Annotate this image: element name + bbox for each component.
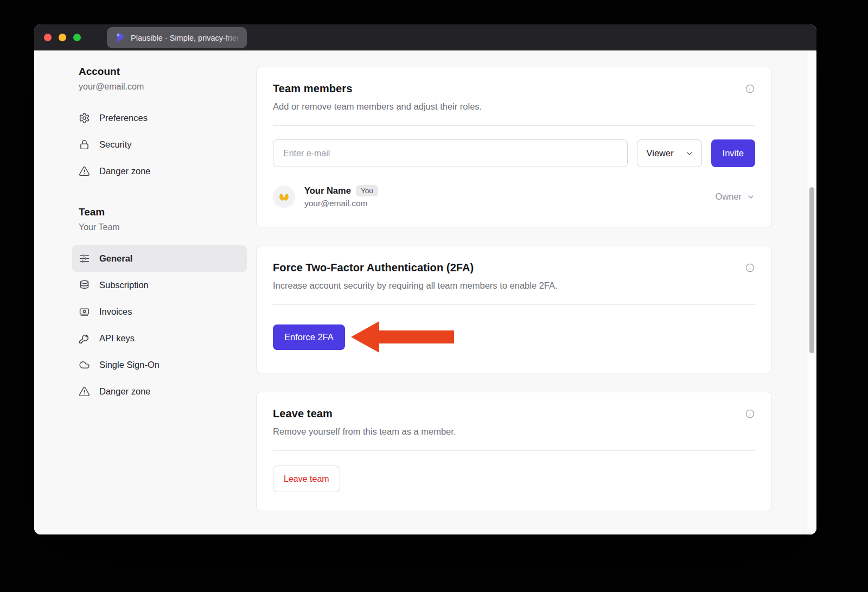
lock-icon (79, 139, 90, 150)
sidebar-item-danger-zone[interactable]: Danger zone (72, 158, 247, 184)
browser-window: Plausible · Simple, privacy-friend Accou… (34, 24, 816, 534)
warning-triangle-icon (79, 165, 90, 177)
sidebar-item-single-sign-on[interactable]: Single Sign-On (72, 352, 247, 378)
account-heading: Account (79, 66, 256, 78)
sidebar-item-label: Danger zone (99, 386, 150, 397)
tab-title: Plausible · Simple, privacy-friend (131, 34, 239, 42)
leave-team-description: Remove yourself from this team as a memb… (273, 427, 755, 437)
minimize-button[interactable] (59, 34, 66, 41)
window-titlebar: Plausible · Simple, privacy-friend (34, 24, 816, 50)
account-nav: Preferences Security Danger zone (79, 105, 256, 184)
info-icon[interactable] (745, 409, 755, 421)
divider (273, 450, 755, 451)
scrollbar-thumb[interactable] (809, 187, 814, 353)
gear-icon (79, 112, 90, 124)
divider (273, 125, 755, 126)
team-member-row: Your Name You your@email.com Owner (273, 185, 755, 208)
sidebar-item-team-danger-zone[interactable]: Danger zone (72, 378, 247, 405)
sidebar-item-label: Subscription (99, 280, 149, 290)
avatar (273, 186, 295, 208)
sidebar-item-label: Single Sign-On (99, 360, 159, 370)
sidebar-item-label: General (99, 253, 132, 264)
leave-team-title: Leave team (273, 408, 333, 420)
invite-email-input[interactable] (273, 139, 628, 167)
sidebar-item-api-keys[interactable]: API keys (72, 325, 247, 352)
leave-team-card: Leave team Remove yourself from this tea… (256, 392, 772, 511)
sidebar-item-security[interactable]: Security (72, 131, 247, 158)
settings-main: Team members Add or remove team members … (256, 50, 772, 534)
sidebar-item-label: Danger zone (99, 166, 150, 176)
open-hands-icon (277, 190, 291, 203)
database-icon (79, 279, 90, 291)
chevron-down-icon (746, 193, 755, 201)
sidebar-item-general[interactable]: General (72, 245, 247, 272)
team-members-title: Team members (273, 82, 352, 95)
team-name: Your Team (79, 222, 256, 232)
browser-tab[interactable]: Plausible · Simple, privacy-friend (107, 27, 247, 48)
close-button[interactable] (44, 34, 52, 41)
enforce-2fa-button[interactable]: Enforce 2FA (273, 324, 345, 350)
cloud-icon (79, 359, 90, 371)
team-nav: General Subscription Invoices (79, 245, 256, 405)
member-name: Your Name (304, 186, 351, 196)
member-role-value: Owner (715, 192, 742, 202)
sidebar-item-label: API keys (99, 333, 135, 343)
sidebar-item-preferences[interactable]: Preferences (72, 105, 247, 131)
leave-team-button[interactable]: Leave team (273, 466, 340, 492)
scrollbar-track[interactable] (807, 50, 816, 534)
team-members-description: Add or remove team members and adjust th… (273, 101, 755, 112)
you-badge: You (356, 185, 378, 196)
force-2fa-title: Force Two-Factor Authentication (2FA) (273, 262, 474, 274)
sidebar-item-label: Invoices (99, 307, 132, 317)
sidebar-item-label: Preferences (99, 113, 148, 123)
chevron-down-icon (685, 149, 694, 158)
member-role-select[interactable]: Owner (715, 192, 755, 202)
invite-button[interactable]: Invite (711, 139, 755, 167)
warning-triangle-icon (79, 386, 90, 397)
team-members-card: Team members Add or remove team members … (256, 67, 772, 227)
red-arrow-annotation (350, 320, 455, 354)
divider (273, 304, 755, 305)
sliders-icon (79, 253, 90, 264)
role-select-value: Viewer (647, 148, 674, 158)
account-email: your@email.com (79, 82, 256, 92)
plausible-logo-icon (114, 33, 125, 43)
key-icon (79, 333, 90, 344)
info-icon[interactable] (745, 263, 755, 275)
member-email: your@email.com (304, 199, 715, 208)
maximize-button[interactable] (73, 34, 81, 41)
force-2fa-card: Force Two-Factor Authentication (2FA) In… (256, 246, 772, 373)
info-icon[interactable] (745, 84, 755, 96)
sidebar-item-label: Security (99, 139, 132, 150)
sidebar-item-invoices[interactable]: Invoices (72, 298, 247, 325)
team-heading: Team (79, 206, 256, 218)
sidebar-item-subscription[interactable]: Subscription (72, 272, 247, 298)
role-select[interactable]: Viewer (637, 139, 702, 167)
settings-sidebar: Account your@email.com Preferences Secur… (34, 50, 256, 534)
traffic-lights (44, 24, 81, 50)
banknote-icon (79, 306, 90, 317)
force-2fa-description: Increase account security by requiring a… (273, 281, 755, 291)
